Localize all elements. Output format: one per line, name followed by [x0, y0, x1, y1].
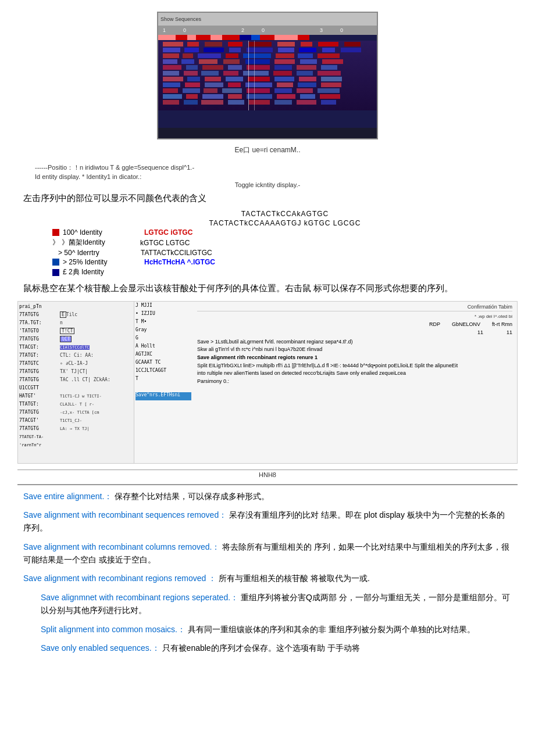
seq-name-8: 7TATGTG [19, 369, 60, 374]
seq-row-11: HATGT' T1CT1-CJ w TICTI- [19, 392, 133, 400]
legend-title-1: TACTACTkCCAkAGTGC [52, 210, 518, 218]
menu-item-split: Split EILigTlrbGXLt linE> rnultiplb rfl'… [197, 363, 512, 370]
desc-text-save-enabled: 只有被enable的序列才会保存。这个选项有助 于手动将 [162, 643, 360, 653]
gbnelonv-label: GbNELONV [452, 321, 480, 327]
seq-row-17: 'rarnTn^r [19, 441, 133, 449]
seq-row-1: 7TATGTG E Tilc [19, 311, 133, 319]
seq-row-13: 7TATGTG -cJ,x- TlCTA [cm [19, 409, 133, 417]
desc-label-save-recomb-seq: Save alignment with recombinant sequence… [23, 510, 227, 519]
desc-label-save-seperated: Save alignmnet with recombinant regions … [41, 593, 238, 602]
menu-item-parsimony: Parsimony 0.: [197, 378, 512, 385]
main-panel: prai_pTn 7TATGTG E Tilc 7TA.TGT: n 'TATG… [17, 301, 518, 464]
desc-label-save-recomb-regions: Save alignment with recombinant regions … [23, 574, 216, 583]
desc-label-save-recomb-col: Save alignment with recombinant columns … [23, 542, 220, 551]
desc-text-save-entire: 保存整个比对结果，可以保存成多种形式。 [115, 492, 269, 501]
legend-arrow-mouse: 》 [52, 238, 59, 248]
legend-text-25: HcHcTHcHA ^.lGTGC [144, 258, 215, 266]
desc-label-save-entire: Save entire alignment.： [23, 492, 112, 501]
legend-item-mouse: 》 》菌架Identity kGTGC LGTGC [52, 238, 518, 248]
mid-label-4: G [135, 335, 191, 343]
seq-row-8: 7TATGTG TX' TJ|CT| [19, 368, 133, 376]
legend-level-mouse: 》菌架Identity [62, 238, 140, 248]
leftclick-description: 左击序列中的部位可以显示不同颜色代表的含义 [23, 193, 518, 204]
desc-save-seperated: Save alignmnet with recombinant regions … [41, 591, 512, 617]
seq-row-7: 7TATGTC ∘ ∂CL-IA-J [19, 360, 133, 368]
right-info-panel: Confirmatión Tabim * .wp dei I^.oted bi … [192, 302, 517, 463]
info-lines: ------Positio：！n iridiwtou T & ggle=5seq… [35, 163, 518, 180]
info-line3: Id entity display. * Identity1 in dicato… [35, 173, 518, 180]
seq-name-5: TTACGT: [19, 345, 60, 350]
desc-split-mosaics: Split alignment into common mosaics.： 具有… [41, 623, 512, 636]
legend-item-100: 100^ Identity LGTGC iGTGC [52, 228, 518, 237]
panel-confirm-header: Confirmatión Tabim [197, 304, 512, 311]
desc-save-entire: Save entire alignment.： 保存整个比对结果，可以保存成多种… [23, 490, 512, 503]
legend-item-25: > 25% Identity HcHcTHcHA ^.lGTGC [52, 258, 518, 266]
mid-label-9: T [135, 376, 191, 384]
seq-row-15: 7TATGTG LA: → TX TJ| [19, 425, 133, 433]
screenshot-area: Show Sequences 10 20 30 40 50 [17, 12, 518, 157]
alignment-viewer: Show Sequences 10 20 30 40 50 [157, 12, 378, 139]
seq-name-11: HATGT' [19, 393, 60, 399]
legend-title-2: TACTACTkCCAAAAGTGJ kGTGC LGCGC [52, 219, 518, 227]
menu-item-save-align-bold[interactable]: Save alignment rith reccnbinant regiots … [197, 354, 512, 361]
legend-box-25 [52, 259, 59, 266]
confirm-label: Confirmatión Tabim [468, 304, 512, 310]
left-seq-panel: prai_pTn 7TATGTG E Tilc 7TA.TGT: n 'TATG… [18, 302, 134, 463]
mid-label-2: T M• [135, 319, 191, 327]
seq-name-13: 7TATGTG [19, 410, 60, 415]
panel-right-numbers: 11 11 [197, 329, 512, 335]
toggle-line: Toggle ickntity display.- [17, 181, 518, 188]
seq-row-10: U1CCGTT [19, 384, 133, 392]
desc-save-enabled: Save only enabled sequences.： 只有被enable的… [41, 642, 512, 654]
menu-item-save-entire[interactable]: Save > 1LstlLbutil aiLgrment fVitl. reco… [197, 339, 512, 346]
seq-name-15: 7TATGTG [19, 426, 60, 431]
middle-labels: J MJJI • IZJIU T M• Gray G A Hollt AGTJX… [134, 302, 192, 463]
legend-text-100: LGTGC iGTGC [144, 228, 192, 237]
panel-menu-items: Save > 1LstlLbutil aiLgrment fVitl. reco… [197, 339, 512, 385]
menu-item-into-rultiple: into rultiple nev alienTients lased on d… [197, 370, 512, 377]
mid-label-0: J MJJI [135, 303, 191, 311]
seq-name-0: prai_pTn [19, 304, 60, 309]
seq-name-10: U1CCGTT [19, 385, 60, 390]
identity-legend: TACTACTkCCAkAGTGC TACTACTkCCAAAAGTGJ kGT… [52, 210, 518, 277]
seq-name-12: TTATGT: [19, 402, 60, 407]
desc-label-save-enabled: Save only enabled sequences.： [41, 643, 160, 653]
seq-name-9: 7TATGTG [19, 377, 60, 382]
legend-item-50: > 50^ Iderrtry TATTACTkCCILIGTGC [52, 249, 518, 257]
legend-box-100 [52, 229, 59, 236]
ft-rt-rmn-label: ft-rt Rmn [492, 321, 512, 327]
alignment-grid [158, 35, 377, 128]
desc-text-save-recomb-regions: 所有与重组相关的核苷酸 将被取代为一或. [219, 574, 370, 583]
legend-level-100: 100^ Identity [63, 228, 144, 237]
desc-label-split-mosaics: Split alignment into common mosaics.： [41, 625, 186, 634]
legend-item-2: £ 2典 Identity [52, 267, 518, 277]
mid-label-1: • IZJIU [135, 311, 191, 319]
desc-save-recomb-seq: Save alignment with recombinant sequence… [23, 508, 512, 535]
info-line2: ------Positio：！n iridiwtou T & ggle=5seq… [35, 163, 518, 172]
seq-name-1: 7TATGTG [19, 312, 60, 317]
panel-note: * .wp dei I^.oted bi [197, 314, 512, 319]
legend-level-2: £ 2典 Identity [63, 267, 144, 277]
mid-label-save-btn[interactable]: Save^nrs.EFTHsni [135, 392, 191, 400]
mid-label-6: AGTJXC [135, 352, 191, 360]
seq-row-9: 7TATGTG TAC .ll CT| ZCkAA: [19, 376, 133, 384]
seq-name-2: 7TA.TGT: [19, 320, 60, 325]
seq-row-16: 7TATGT-TA- [19, 433, 133, 441]
caption-line1: Ee口 ue=ri cenamM.. [234, 145, 300, 155]
descriptions-section: Save entire alignment.： 保存整个比对结果，可以保存成多种… [17, 484, 518, 655]
seq-row-6: 7TATGT: CTL: Ci: AA: [19, 352, 133, 360]
legend-box-2 [52, 269, 59, 276]
mid-label-10 [135, 384, 191, 392]
desc-save-recomb-col: Save alignment with recombinant columns … [23, 540, 512, 567]
number-11-2: 11 [507, 329, 512, 335]
number-11-1: 11 [477, 329, 483, 335]
seq-row-3: 'TATGTO T!CT [19, 327, 133, 335]
mid-label-8: 1CCJLTCAGGT [135, 368, 191, 376]
legend-level-25: > 25% Identity [63, 258, 144, 266]
mid-label-5: A Hollt [135, 343, 191, 352]
mid-label-3: Gray [135, 327, 191, 335]
desc-save-recomb-regions: Save alignment with recombinant regions … [23, 572, 512, 585]
seq-row-4: 7TATGTG lCT [19, 335, 133, 343]
seq-row-2: 7TA.TGT: n [19, 319, 133, 327]
hnh-bar: HNH8 [17, 470, 518, 478]
